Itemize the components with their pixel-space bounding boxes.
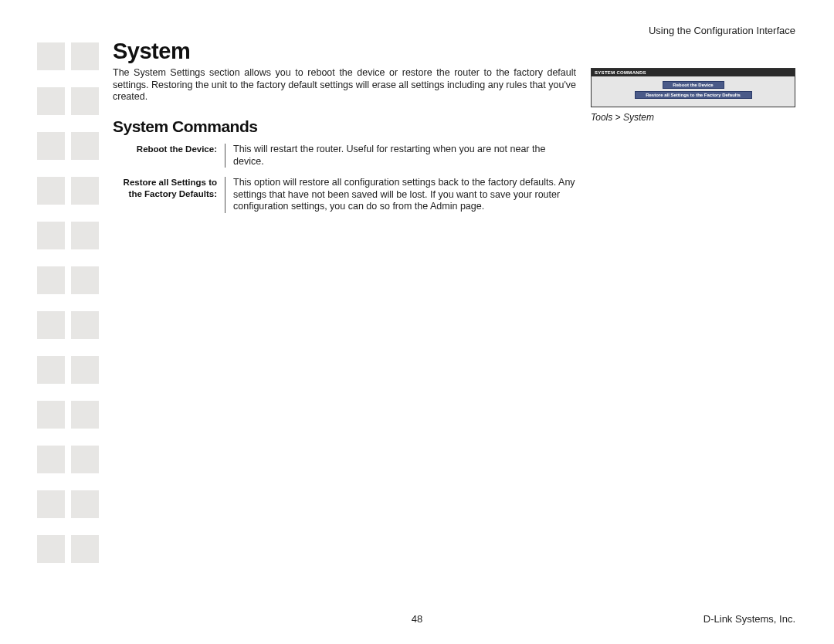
definition-row: Restore all Settings to the Factory Defa… <box>113 177 576 213</box>
ui-panel: SYSTEM COMMANDS Reboot the Device Restor… <box>591 68 795 107</box>
definition-term: Restore all Settings to the Factory Defa… <box>113 177 225 213</box>
definition-description: This will restart the router. Useful for… <box>233 144 576 168</box>
decorative-squares <box>37 42 99 580</box>
screenshot-figure: SYSTEM COMMANDS Reboot the Device Restor… <box>591 68 795 123</box>
company-name: D-Link Systems, Inc. <box>703 613 795 625</box>
reboot-device-button[interactable]: Reboot the Device <box>663 81 724 89</box>
restore-defaults-button[interactable]: Restore all Settings to the Factory Defa… <box>635 91 752 99</box>
section-heading: System Commands <box>113 117 576 136</box>
intro-paragraph: The System Settings section allows you t… <box>113 67 576 103</box>
definition-term: Reboot the Device: <box>113 144 225 168</box>
page-title: System <box>113 39 576 64</box>
main-content: System The System Settings section allow… <box>113 39 576 222</box>
header-section-label: Using the Configuration Interface <box>649 25 795 36</box>
definition-description: This option will restore all configurati… <box>233 177 576 213</box>
ui-panel-title: SYSTEM COMMANDS <box>592 69 795 76</box>
definition-row: Reboot the Device: This will restart the… <box>113 144 576 168</box>
figure-caption: Tools > System <box>591 112 795 123</box>
